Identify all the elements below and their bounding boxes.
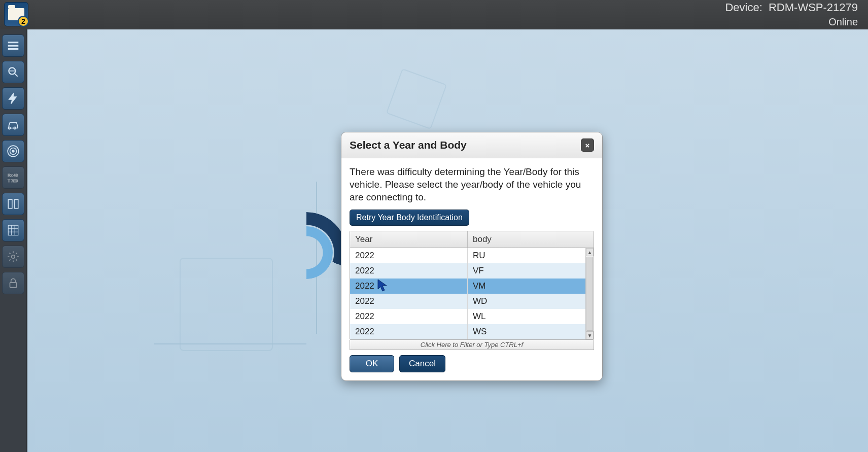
scroll-up-arrow[interactable]: ▲ [586,248,594,256]
sidebar-lock-button[interactable] [2,272,24,294]
cell-body: VM [468,279,594,294]
retry-identification-button[interactable]: Retry Year Body Identification [350,210,469,226]
table-row[interactable]: 2022WL [350,309,594,324]
sidebar-data-button[interactable]: Rx 48T 7E0 [2,166,24,189]
sidebar-flash-button[interactable] [2,87,24,110]
menu-icon [7,39,20,52]
flash-icon [7,92,20,105]
svg-text:Rx 48: Rx 48 [8,173,18,178]
table-header: Year body [350,231,594,248]
svg-rect-7 [14,199,18,208]
radio-icon [7,145,20,158]
table-row[interactable]: 2022WD [350,294,594,309]
dialog-title: Select a Year and Body [350,139,467,151]
table-row[interactable]: 2022WS [350,324,594,339]
grid-car-icon [7,224,20,237]
svg-point-1 [12,150,14,152]
sidebar-vehicle-button[interactable] [2,114,24,136]
sidebar-settings-button[interactable] [2,246,24,268]
connection-status: Online [828,16,858,28]
folder-badge-count: 2 [18,16,29,27]
ok-button[interactable]: OK [350,355,394,372]
settings-icon [7,250,20,263]
dialog-close-button[interactable]: × [581,138,594,152]
documents-folder-button[interactable]: 2 [4,2,28,26]
scan-vehicle-icon [7,65,20,79]
svg-rect-6 [8,199,12,208]
dialog-message: There was difficulty determining the Yea… [350,165,594,203]
car-icon [7,118,20,131]
cancel-button[interactable]: Cancel [399,355,445,372]
loading-spinner-inner [280,226,333,279]
cell-year: 2022 [350,324,468,339]
cell-year: 2022 [350,248,468,263]
sidebar: Rx 48T 7E0 [0,29,27,452]
layout-icon [7,197,20,211]
cell-year: 2022 [350,263,468,279]
device-name: RDM-WSP-21279 [769,1,858,14]
dialog-titlebar: Select a Year and Body × [341,132,602,158]
cell-body: VF [468,263,594,279]
select-year-body-dialog: Select a Year and Body × There was diffi… [341,132,603,381]
cell-body: WS [468,324,594,339]
cell-year: 2022 [350,279,468,294]
column-header-body[interactable]: body [468,231,594,248]
sidebar-layout-button[interactable] [2,193,24,215]
year-body-table: Year body 2022RU2022VF2022VM2022WD2022WL… [350,231,594,340]
lock-icon [7,276,20,290]
device-info: Device: RDM-WSP-21279 [725,1,858,14]
table-body: 2022RU2022VF2022VM2022WD2022WL2022WS ▲ ▼ [350,248,594,339]
table-row[interactable]: 2022VM [350,279,594,294]
column-header-year[interactable]: Year [350,231,468,248]
scroll-thumb[interactable] [586,257,593,331]
data-rx-tx-icon: Rx 48T 7E0 [7,171,20,184]
table-row[interactable]: 2022VF [350,263,594,279]
svg-rect-9 [10,283,17,288]
cell-body: WL [468,309,594,324]
sidebar-menu-button[interactable] [2,34,24,57]
cell-body: RU [468,248,594,263]
sidebar-grid-vehicle-button[interactable] [2,219,24,241]
close-icon: × [585,141,590,150]
cell-year: 2022 [350,294,468,309]
top-bar: 2 Device: RDM-WSP-21279 Online [0,0,868,29]
cell-body: WD [468,294,594,309]
device-label: Device: [725,1,762,14]
table-filter-input[interactable]: Click Here to Filter or Type CTRL+f [350,340,594,350]
table-scrollbar[interactable]: ▲ ▼ [585,248,594,339]
table-row[interactable]: 2022RU [350,248,594,263]
main-canvas: Select a Year and Body × There was diffi… [27,29,868,452]
cell-year: 2022 [350,309,468,324]
sidebar-radio-button[interactable] [2,140,24,162]
sidebar-scan-button[interactable] [2,61,24,83]
svg-text:T 7E0: T 7E0 [8,179,18,183]
svg-point-8 [12,255,15,259]
scroll-down-arrow[interactable]: ▼ [586,331,594,339]
